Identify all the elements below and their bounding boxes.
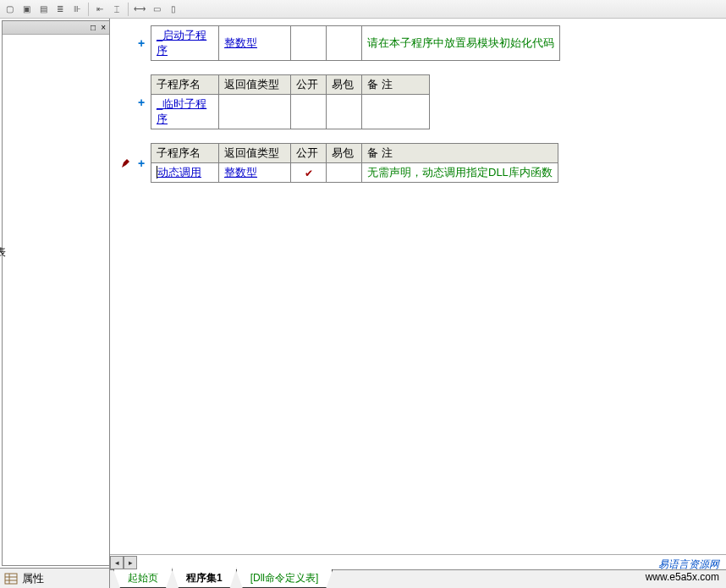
func-name-link[interactable]: 动态调用: [157, 166, 201, 179]
toolbar-btn-8[interactable]: ⟷: [132, 2, 147, 17]
func-table-1: _启动子程序 整数型 请在本子程序中放置易模块初始化代码: [151, 25, 560, 61]
toolbar-btn-5[interactable]: ⊪: [69, 2, 85, 17]
panel-body: [3, 35, 109, 41]
pkg-cell[interactable]: [327, 95, 362, 129]
watermark-en: www.e5a5x.com: [646, 571, 719, 585]
table-header-row: 子程序名 返回值类型 公开 易包 备 注: [151, 144, 558, 163]
side-panel: □ × 表: [2, 20, 109, 566]
func-name-link[interactable]: _启动子程序: [157, 29, 206, 57]
table-row: _临时子程序: [151, 95, 430, 129]
func-table-3: 子程序名 返回值类型 公开 易包 备 注 动态调用 整数型 ✔ 无需声明，动态调…: [151, 143, 558, 183]
properties-icon: [3, 572, 19, 585]
th-pkg: 易包: [327, 75, 362, 95]
comment-text: 无需声明，动态调用指定DLL库内函数: [367, 166, 553, 179]
toolbar-btn-3[interactable]: ▤: [36, 2, 51, 17]
return-type-cell[interactable]: [219, 95, 291, 129]
note-cell[interactable]: [362, 95, 430, 129]
th-ret: 返回值类型: [219, 75, 291, 95]
expand-icon[interactable]: +: [134, 157, 149, 170]
expand-icon[interactable]: +: [134, 96, 149, 109]
edit-marker-icon: [118, 157, 134, 169]
pkg-cell[interactable]: [327, 26, 362, 61]
tab-dll-defs[interactable]: [Dll命令定义表]: [236, 569, 333, 588]
bottom-tabs: 起始页 程序集1 [Dll命令定义表]: [110, 569, 726, 588]
code-row-1: + _启动子程序 整数型 请在本子程序中放置易模块初始化代码: [118, 25, 723, 61]
left-panel: □ × 表 属性: [0, 19, 110, 588]
watermark-cn: 易语言资源网: [646, 558, 719, 572]
code-row-3: + 子程序名 返回值类型 公开 易包 备 注 动态调用 整数型 ✔ 无需声: [118, 143, 723, 183]
horizontal-scrollbar[interactable]: ◂ ▸: [110, 554, 726, 569]
properties-bar[interactable]: 属性: [0, 568, 109, 588]
expand-icon[interactable]: +: [134, 36, 149, 50]
func-table-2: 子程序名 返回值类型 公开 易包 备 注 _临时子程序: [151, 74, 430, 129]
toolbar-btn-10[interactable]: ▯: [166, 2, 181, 17]
main-area: □ × 表 属性 +: [0, 19, 726, 588]
checkmark-icon[interactable]: ✔: [305, 168, 313, 179]
th-note: 备 注: [362, 144, 558, 163]
toolbar-btn-4[interactable]: ≣: [52, 2, 68, 17]
pen-icon: [120, 157, 132, 169]
top-toolbar: ▢ ▣ ▤ ≣ ⊪ ⇤ ⌶ ⟷ ▭ ▯: [0, 0, 726, 19]
code-content[interactable]: + _启动子程序 整数型 请在本子程序中放置易模块初始化代码 +: [110, 19, 726, 554]
toolbar-sep: [128, 3, 129, 16]
return-type-link[interactable]: 整数型: [224, 36, 257, 49]
th-name: 子程序名: [151, 144, 219, 163]
svg-rect-0: [5, 574, 17, 584]
panel-close-icon[interactable]: ×: [99, 23, 107, 32]
comment-text: 请在本子程序中放置易模块初始化代码: [367, 36, 554, 49]
table-row: _启动子程序 整数型 请在本子程序中放置易模块初始化代码: [151, 26, 560, 61]
public-cell[interactable]: [291, 95, 327, 129]
scroll-left-icon[interactable]: ◂: [110, 556, 124, 569]
panel-header: □ ×: [3, 21, 109, 35]
pkg-cell[interactable]: [327, 163, 362, 183]
table-row: 动态调用 整数型 ✔ 无需声明，动态调用指定DLL库内函数: [151, 163, 558, 183]
public-cell[interactable]: [291, 26, 327, 61]
watermark: 易语言资源网 www.e5a5x.com: [646, 558, 719, 585]
scroll-right-icon[interactable]: ▸: [124, 556, 137, 569]
toolbar-btn-9[interactable]: ▭: [149, 2, 164, 17]
th-note: 备 注: [362, 75, 430, 95]
editor-area: + _启动子程序 整数型 请在本子程序中放置易模块初始化代码 +: [110, 19, 726, 588]
th-ret: 返回值类型: [219, 144, 291, 163]
th-pkg: 易包: [327, 144, 362, 163]
properties-label: 属性: [22, 571, 44, 586]
th-pub: 公开: [291, 144, 327, 163]
func-name-link[interactable]: _临时子程序: [157, 97, 206, 125]
code-row-2: + 子程序名 返回值类型 公开 易包 备 注 _临时子程序: [118, 74, 723, 129]
toolbar-btn-6[interactable]: ⇤: [92, 2, 107, 17]
th-name: 子程序名: [151, 75, 219, 95]
panel-minimize-icon[interactable]: □: [89, 23, 97, 32]
toolbar-btn-1[interactable]: ▢: [2, 2, 17, 17]
tab-program-set[interactable]: 程序集1: [172, 568, 237, 588]
toolbar-btn-7[interactable]: ⌶: [109, 2, 124, 17]
toolbar-sep: [88, 3, 89, 16]
tab-start[interactable]: 起始页: [113, 569, 173, 588]
table-header-row: 子程序名 返回值类型 公开 易包 备 注: [151, 75, 430, 95]
toolbar-btn-2[interactable]: ▣: [19, 2, 34, 17]
return-type-link[interactable]: 整数型: [224, 166, 257, 179]
th-pub: 公开: [291, 75, 327, 95]
